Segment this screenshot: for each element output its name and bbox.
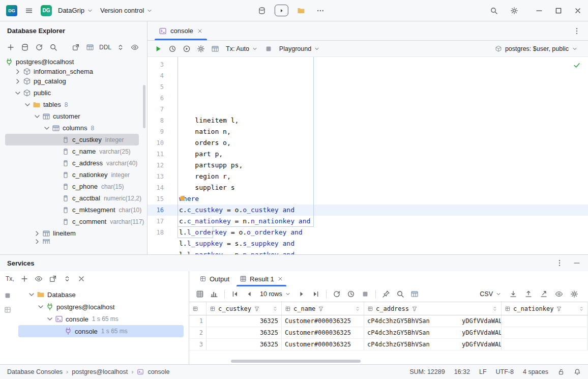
explorer-tree-item-tables[interactable]: tables8 [0, 99, 147, 110]
chevron-down-icon[interactable] [27, 290, 36, 299]
browse-tables-button[interactable] [209, 43, 222, 55]
breadcrumb-datasource[interactable]: postgres@localhost [72, 368, 128, 375]
grid-horizontal-scrollbar[interactable] [231, 360, 361, 363]
cell-c_custkey[interactable]: 36325 [207, 339, 282, 350]
services-tree-item-Database[interactable]: Database [15, 288, 189, 301]
tab-console[interactable]: console [153, 21, 209, 40]
code-line[interactable]: supplier s [179, 182, 588, 193]
page-size-dropdown[interactable]: 10 rows [257, 290, 294, 298]
code-line[interactable]: region r, [179, 171, 588, 182]
tab-output[interactable]: Output [194, 271, 234, 286]
import-button[interactable] [507, 288, 520, 300]
explorer-tree-item-c_mktsegment[interactable]: c_mktsegmentchar(10) [0, 204, 147, 216]
cell-c_nationkey[interactable] [502, 315, 588, 327]
chevron-down-icon[interactable] [33, 112, 41, 121]
cell-c_custkey[interactable]: 36325 [207, 315, 282, 327]
stop-button[interactable] [262, 43, 275, 55]
project-badge[interactable]: DG [41, 5, 52, 16]
sort-toggle[interactable] [272, 306, 278, 312]
code-line[interactable]: nation n, [179, 126, 588, 137]
code-line[interactable]: l.l_orderkey = o.o_orderkey and [179, 227, 588, 238]
last-page-button[interactable] [309, 288, 322, 300]
breadcrumb-console[interactable]: console [148, 368, 169, 375]
chart-view-button[interactable] [208, 288, 221, 300]
sort-toggle[interactable] [492, 306, 498, 312]
explorer-scrollbar[interactable] [143, 85, 145, 128]
status-encoding[interactable]: UTF-8 [496, 368, 514, 375]
grid-settings-button[interactable] [408, 288, 421, 300]
minimize-button[interactable] [535, 7, 543, 15]
chevron-down-icon[interactable] [23, 101, 32, 109]
services-tree-item-console[interactable]: console1 s 65 ms [15, 313, 189, 325]
services-tree-item-console[interactable]: console1 s 65 ms [15, 325, 189, 337]
tab-options-button[interactable] [566, 27, 588, 35]
chevron-right-icon[interactable] [14, 77, 22, 85]
cell-c_name[interactable]: Customer#000036325 [282, 327, 364, 338]
explorer-tree-item-c_nationkey[interactable]: c_nationkeyinteger [0, 169, 147, 181]
code-line[interactable]: c.c_custkey = o.o_custkey and [179, 205, 588, 216]
settings-button[interactable] [508, 4, 521, 17]
maximize-button[interactable] [554, 7, 563, 15]
open-table-button[interactable] [83, 41, 97, 53]
code-line[interactable]: c.c_nationkey = n.n_nationkey and [179, 216, 588, 227]
project-folder-button[interactable] [295, 4, 308, 17]
services-add-button[interactable] [18, 272, 31, 285]
first-page-button[interactable] [228, 288, 242, 300]
app-icon[interactable]: DG [6, 5, 17, 16]
export-format-dropdown[interactable]: CSV [477, 290, 505, 298]
vcs-menu[interactable]: Version control [99, 7, 154, 14]
search-everywhere-button[interactable] [487, 4, 501, 17]
breadcrumb-database-consoles[interactable]: Database Consoles [7, 368, 63, 375]
code-line[interactable]: orders o, [179, 137, 588, 149]
chevron-right-icon[interactable] [33, 229, 41, 238]
editor-code[interactable]: lineitem l, nation n, orders o, part p, … [172, 57, 588, 254]
readonly-lock-icon[interactable] [557, 368, 565, 375]
status-line-separator[interactable]: LF [479, 368, 487, 375]
status-indent[interactable]: 4 spaces [523, 368, 548, 375]
services-open-window-button[interactable] [46, 272, 60, 285]
column-header-c_address[interactable]: c_address [364, 302, 502, 315]
code-editor[interactable]: 3456789101112131415161718 lineitem l, na… [148, 57, 588, 254]
explorer-tree-item-c_acctbal[interactable]: c_acctbalnumeric(12,2) [0, 192, 147, 204]
cell-c_nationkey[interactable] [502, 327, 588, 338]
explorer-tree-item-postgres@localhost[interactable]: postgres@localhost [0, 56, 147, 68]
stop-query-button[interactable] [359, 288, 372, 300]
reload-page-button[interactable] [330, 288, 343, 300]
preview-button[interactable] [128, 41, 141, 53]
auto-refresh-button[interactable] [344, 288, 358, 300]
services-layout-icon[interactable] [4, 306, 12, 314]
close-button[interactable] [574, 7, 582, 15]
explorer-tree-item-lineitem[interactable]: lineitem [0, 227, 147, 239]
code-line[interactable]: l.l_partkey = p.p_partkey and [179, 249, 588, 254]
services-preview-button[interactable] [32, 272, 45, 285]
cell-c_address[interactable]: cP4dc3hzGY5BhVSanyDGfVVdaWALECgh… [364, 327, 502, 338]
query-history-button[interactable] [166, 43, 179, 55]
ddl-button[interactable]: DDL [98, 41, 113, 53]
services-close-button[interactable] [75, 272, 88, 285]
pin-tab-button[interactable] [379, 288, 393, 300]
chevron-down-icon[interactable] [46, 315, 54, 323]
column-header-c_nationkey[interactable]: c_nationkey [502, 302, 588, 315]
grid-view-button[interactable] [193, 288, 207, 300]
next-page-button[interactable] [295, 288, 308, 300]
select-all-corner[interactable] [189, 302, 207, 315]
sort-toggle[interactable] [578, 306, 584, 312]
execute-routine-button[interactable] [180, 43, 193, 55]
code-line[interactable]: lineitem l, [179, 115, 588, 126]
explorer-tree-item-c_comment[interactable]: c_commentvarchar(117) [0, 216, 147, 227]
dump-button[interactable] [522, 288, 535, 300]
status-sum[interactable]: SUM: 12289 [409, 368, 445, 375]
services-tree-item-postgres@localhost[interactable]: postgres@localhost [15, 301, 189, 313]
inspections-ok-icon[interactable] [573, 61, 581, 69]
execute-button[interactable] [152, 43, 165, 55]
code-line[interactable]: where [179, 193, 588, 205]
chevron-right-icon[interactable] [33, 239, 41, 244]
refresh-button[interactable] [33, 41, 46, 53]
cell-c_address[interactable]: cP4dc3hzGY5BhVSanyDGfVVdaWALECgh… [364, 339, 502, 350]
run-widget-button[interactable] [275, 5, 288, 16]
open-in-window-button[interactable] [69, 41, 82, 53]
tx-mode-dropdown[interactable]: Tx: Auto [223, 45, 261, 52]
explorer-tree-item-columns[interactable]: columns8 [0, 122, 147, 134]
cell-c_name[interactable]: Customer#000036325 [282, 315, 364, 327]
explorer-tree-item-pg_catalog[interactable]: pg_catalog [0, 75, 147, 87]
